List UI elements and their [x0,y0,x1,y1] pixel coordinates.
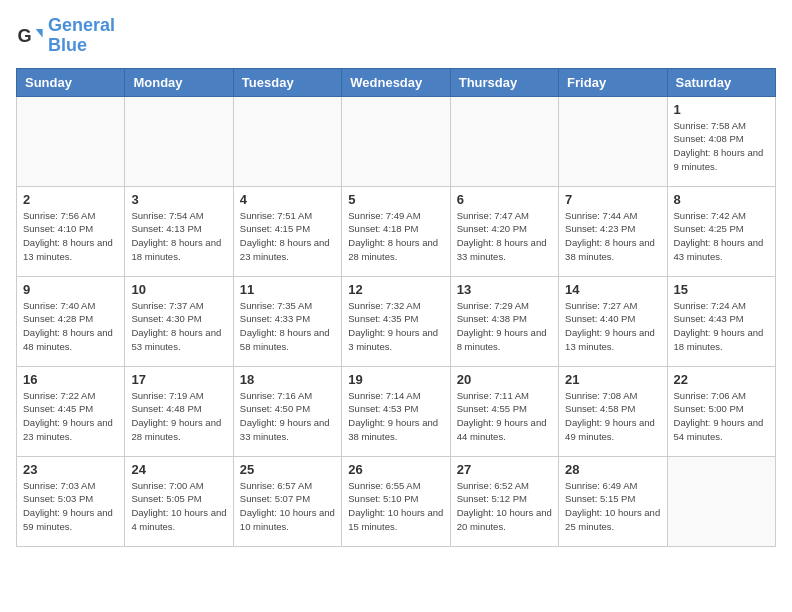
day-info: Sunrise: 7:49 AM Sunset: 4:18 PM Dayligh… [348,209,443,264]
day-number: 13 [457,282,552,297]
calendar-week-4: 23Sunrise: 7:03 AM Sunset: 5:03 PM Dayli… [17,456,776,546]
calendar-cell: 25Sunrise: 6:57 AM Sunset: 5:07 PM Dayli… [233,456,341,546]
day-number: 16 [23,372,118,387]
day-number: 2 [23,192,118,207]
day-info: Sunrise: 7:06 AM Sunset: 5:00 PM Dayligh… [674,389,769,444]
weekday-header-thursday: Thursday [450,68,558,96]
logo: G General Blue [16,16,115,56]
day-info: Sunrise: 7:40 AM Sunset: 4:28 PM Dayligh… [23,299,118,354]
day-number: 26 [348,462,443,477]
calendar-cell: 6Sunrise: 7:47 AM Sunset: 4:20 PM Daylig… [450,186,558,276]
day-info: Sunrise: 6:57 AM Sunset: 5:07 PM Dayligh… [240,479,335,534]
calendar-cell: 22Sunrise: 7:06 AM Sunset: 5:00 PM Dayli… [667,366,775,456]
calendar-week-2: 9Sunrise: 7:40 AM Sunset: 4:28 PM Daylig… [17,276,776,366]
day-number: 5 [348,192,443,207]
calendar-week-3: 16Sunrise: 7:22 AM Sunset: 4:45 PM Dayli… [17,366,776,456]
calendar-cell: 8Sunrise: 7:42 AM Sunset: 4:25 PM Daylig… [667,186,775,276]
day-info: Sunrise: 7:11 AM Sunset: 4:55 PM Dayligh… [457,389,552,444]
calendar-cell [17,96,125,186]
day-info: Sunrise: 7:19 AM Sunset: 4:48 PM Dayligh… [131,389,226,444]
calendar-cell: 20Sunrise: 7:11 AM Sunset: 4:55 PM Dayli… [450,366,558,456]
calendar-cell: 19Sunrise: 7:14 AM Sunset: 4:53 PM Dayli… [342,366,450,456]
day-number: 25 [240,462,335,477]
weekday-header-wednesday: Wednesday [342,68,450,96]
day-number: 4 [240,192,335,207]
calendar-cell [233,96,341,186]
calendar-cell: 5Sunrise: 7:49 AM Sunset: 4:18 PM Daylig… [342,186,450,276]
weekday-header-sunday: Sunday [17,68,125,96]
calendar-week-1: 2Sunrise: 7:56 AM Sunset: 4:10 PM Daylig… [17,186,776,276]
day-info: Sunrise: 7:47 AM Sunset: 4:20 PM Dayligh… [457,209,552,264]
calendar-cell [125,96,233,186]
day-info: Sunrise: 6:55 AM Sunset: 5:10 PM Dayligh… [348,479,443,534]
header: G General Blue [16,16,776,56]
calendar-cell: 9Sunrise: 7:40 AM Sunset: 4:28 PM Daylig… [17,276,125,366]
day-number: 21 [565,372,660,387]
day-info: Sunrise: 7:51 AM Sunset: 4:15 PM Dayligh… [240,209,335,264]
calendar-cell [667,456,775,546]
calendar-cell: 28Sunrise: 6:49 AM Sunset: 5:15 PM Dayli… [559,456,667,546]
calendar-cell: 15Sunrise: 7:24 AM Sunset: 4:43 PM Dayli… [667,276,775,366]
calendar-cell [450,96,558,186]
calendar-week-0: 1Sunrise: 7:58 AM Sunset: 4:08 PM Daylig… [17,96,776,186]
calendar-cell: 3Sunrise: 7:54 AM Sunset: 4:13 PM Daylig… [125,186,233,276]
day-number: 27 [457,462,552,477]
day-number: 3 [131,192,226,207]
calendar-cell: 1Sunrise: 7:58 AM Sunset: 4:08 PM Daylig… [667,96,775,186]
calendar-cell: 16Sunrise: 7:22 AM Sunset: 4:45 PM Dayli… [17,366,125,456]
calendar-header: SundayMondayTuesdayWednesdayThursdayFrid… [17,68,776,96]
day-number: 18 [240,372,335,387]
day-number: 8 [674,192,769,207]
day-info: Sunrise: 6:49 AM Sunset: 5:15 PM Dayligh… [565,479,660,534]
day-number: 14 [565,282,660,297]
weekday-header-saturday: Saturday [667,68,775,96]
calendar-cell: 11Sunrise: 7:35 AM Sunset: 4:33 PM Dayli… [233,276,341,366]
day-number: 24 [131,462,226,477]
day-info: Sunrise: 7:08 AM Sunset: 4:58 PM Dayligh… [565,389,660,444]
day-number: 19 [348,372,443,387]
day-info: Sunrise: 7:35 AM Sunset: 4:33 PM Dayligh… [240,299,335,354]
day-number: 7 [565,192,660,207]
day-info: Sunrise: 7:00 AM Sunset: 5:05 PM Dayligh… [131,479,226,534]
day-info: Sunrise: 7:29 AM Sunset: 4:38 PM Dayligh… [457,299,552,354]
day-number: 15 [674,282,769,297]
calendar-cell: 26Sunrise: 6:55 AM Sunset: 5:10 PM Dayli… [342,456,450,546]
calendar-cell [342,96,450,186]
day-number: 12 [348,282,443,297]
day-number: 17 [131,372,226,387]
calendar-cell: 12Sunrise: 7:32 AM Sunset: 4:35 PM Dayli… [342,276,450,366]
calendar-cell: 17Sunrise: 7:19 AM Sunset: 4:48 PM Dayli… [125,366,233,456]
calendar-cell: 2Sunrise: 7:56 AM Sunset: 4:10 PM Daylig… [17,186,125,276]
calendar-cell: 13Sunrise: 7:29 AM Sunset: 4:38 PM Dayli… [450,276,558,366]
logo-text: General Blue [48,16,115,56]
calendar-cell: 27Sunrise: 6:52 AM Sunset: 5:12 PM Dayli… [450,456,558,546]
calendar-cell: 21Sunrise: 7:08 AM Sunset: 4:58 PM Dayli… [559,366,667,456]
day-number: 20 [457,372,552,387]
weekday-header-tuesday: Tuesday [233,68,341,96]
calendar-cell: 14Sunrise: 7:27 AM Sunset: 4:40 PM Dayli… [559,276,667,366]
day-info: Sunrise: 7:03 AM Sunset: 5:03 PM Dayligh… [23,479,118,534]
day-number: 10 [131,282,226,297]
day-info: Sunrise: 7:54 AM Sunset: 4:13 PM Dayligh… [131,209,226,264]
day-info: Sunrise: 7:24 AM Sunset: 4:43 PM Dayligh… [674,299,769,354]
day-info: Sunrise: 7:14 AM Sunset: 4:53 PM Dayligh… [348,389,443,444]
day-info: Sunrise: 7:22 AM Sunset: 4:45 PM Dayligh… [23,389,118,444]
calendar-cell: 10Sunrise: 7:37 AM Sunset: 4:30 PM Dayli… [125,276,233,366]
day-number: 9 [23,282,118,297]
calendar-cell: 23Sunrise: 7:03 AM Sunset: 5:03 PM Dayli… [17,456,125,546]
svg-text:G: G [17,25,31,45]
day-number: 28 [565,462,660,477]
day-info: Sunrise: 7:56 AM Sunset: 4:10 PM Dayligh… [23,209,118,264]
day-number: 11 [240,282,335,297]
calendar-table: SundayMondayTuesdayWednesdayThursdayFrid… [16,68,776,547]
weekday-header-monday: Monday [125,68,233,96]
day-number: 22 [674,372,769,387]
calendar-cell: 24Sunrise: 7:00 AM Sunset: 5:05 PM Dayli… [125,456,233,546]
weekday-header-friday: Friday [559,68,667,96]
day-info: Sunrise: 6:52 AM Sunset: 5:12 PM Dayligh… [457,479,552,534]
day-info: Sunrise: 7:58 AM Sunset: 4:08 PM Dayligh… [674,119,769,174]
day-number: 1 [674,102,769,117]
calendar-cell: 18Sunrise: 7:16 AM Sunset: 4:50 PM Dayli… [233,366,341,456]
calendar-cell [559,96,667,186]
day-info: Sunrise: 7:27 AM Sunset: 4:40 PM Dayligh… [565,299,660,354]
